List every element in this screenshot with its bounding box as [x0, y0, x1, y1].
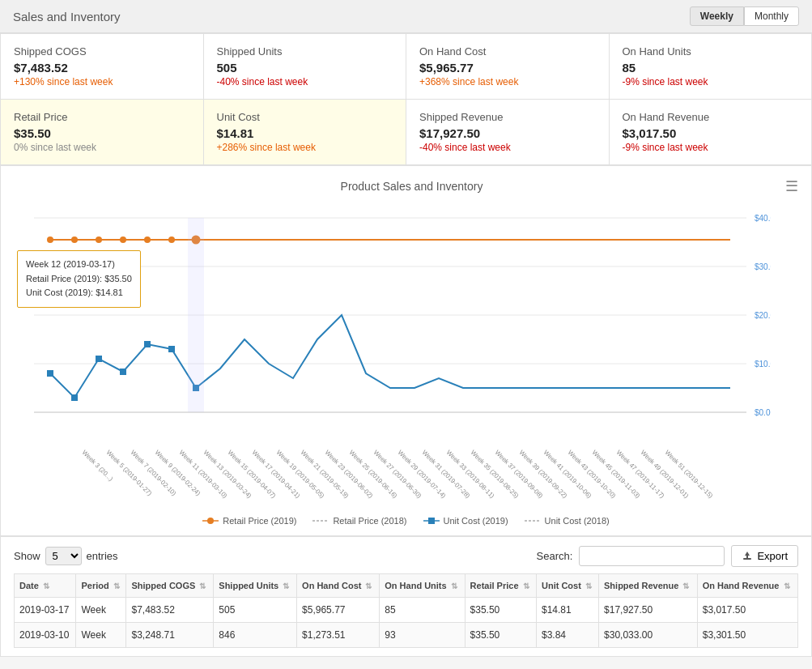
svg-text:Week 29 (2019-07-14): Week 29 (2019-07-14) — [397, 449, 448, 500]
svg-point-15 — [144, 236, 151, 243]
legend-unit-cost-2018: Unit Cost (2018) — [525, 516, 610, 526]
table-body: 2019-03-17Week$7,483.52505$5,965.7785$35… — [15, 598, 798, 648]
col-unit-cost[interactable]: Unit Cost ⇅ — [536, 574, 598, 598]
table-cell: $7,483.52 — [126, 598, 214, 623]
svg-text:Week 17 (2019-04-21): Week 17 (2019-04-21) — [251, 449, 302, 500]
svg-point-14 — [120, 236, 126, 243]
chart-menu-icon[interactable]: ☰ — [785, 177, 798, 195]
export-button[interactable]: Export — [731, 545, 798, 567]
monthly-button[interactable]: Monthly — [744, 6, 799, 26]
entries-label: entries — [87, 550, 118, 562]
table-cell: $3,017.50 — [697, 598, 797, 623]
col-period[interactable]: Period ⇅ — [76, 574, 126, 598]
svg-rect-21 — [120, 369, 126, 375]
svg-text:Week 31 (2019-07-28): Week 31 (2019-07-28) — [421, 449, 472, 500]
svg-text:Week 23 (2019-06-02): Week 23 (2019-06-02) — [324, 449, 375, 500]
col-date[interactable]: Date ⇅ — [15, 574, 76, 598]
table-cell: Week — [76, 623, 126, 648]
svg-point-11 — [47, 236, 53, 243]
table-cell: $35.50 — [465, 623, 536, 648]
legend-retail-price-2018: Retail Price (2018) — [312, 516, 406, 526]
tooltip-unit-cost: Unit Cost (2019): $14.81 — [26, 286, 132, 300]
period-toggle: Weekly Monthly — [690, 6, 799, 26]
table-cell: Week — [76, 598, 126, 623]
svg-point-12 — [71, 236, 78, 243]
svg-text:Week 15 (2019-04-07): Week 15 (2019-04-07) — [227, 449, 278, 500]
table-cell: $3,301.50 — [697, 623, 797, 648]
col-shipped-units[interactable]: Shipped Units ⇅ — [214, 574, 297, 598]
svg-text:Week 21 (2019-05-19): Week 21 (2019-05-19) — [300, 449, 351, 500]
chart-tooltip: Week 12 (2019-03-17) Retail Price (2019)… — [17, 250, 141, 308]
metric-unit-cost: Unit Cost $14.81 +286% since last week — [204, 100, 407, 165]
metric-retail-price-change: 0% since last week — [14, 142, 190, 153]
chart-x-axis: Week 3 (20...) Week 5 (2019-01-27) Week … — [41, 445, 771, 509]
table-cell: $3.84 — [536, 623, 598, 648]
table-cell: 505 — [214, 598, 297, 623]
table-section: Show 5 10 25 entries Search: Export Date… — [0, 536, 812, 657]
metric-shipped-units-change: -40% since last week — [217, 76, 393, 87]
chart-svg: $40.00 $30.00 $20.00 $10.00 $0.00 Dollar… — [10, 202, 771, 445]
svg-text:Week 35 (2019-08-25): Week 35 (2019-08-25) — [470, 449, 521, 500]
svg-text:$20.00: $20.00 — [755, 311, 771, 320]
search-input[interactable] — [579, 546, 725, 566]
metric-on-hand-cost-change: +368% since last week — [419, 76, 596, 87]
metric-retail-price: Retail Price $35.50 0% since last week — [1, 100, 204, 165]
svg-text:Week 39 (2019-09-22): Week 39 (2019-09-22) — [518, 449, 569, 500]
show-entries-control: Show 5 10 25 entries — [14, 547, 118, 565]
svg-text:Week 11 (2019-03-10): Week 11 (2019-03-10) — [178, 449, 229, 500]
svg-text:Week 37 (2019-09-08): Week 37 (2019-09-08) — [494, 449, 545, 500]
table-cell: 93 — [380, 623, 465, 648]
col-on-hand-cost[interactable]: On Hand Cost ⇅ — [297, 574, 380, 598]
metric-shipped-cogs-change: +130% since last week — [14, 76, 190, 87]
svg-text:Week 41 (2019-10-06): Week 41 (2019-10-06) — [542, 449, 593, 500]
svg-text:Week 45 (2019-11-03): Week 45 (2019-11-03) — [591, 449, 642, 500]
svg-rect-22 — [144, 341, 151, 347]
search-area: Search: Export — [537, 545, 798, 567]
legend-unit-cost-2019: Unit Cost (2019) — [423, 516, 508, 526]
weekly-button[interactable]: Weekly — [690, 6, 744, 26]
col-on-hand-units[interactable]: On Hand Units ⇅ — [380, 574, 465, 598]
page-header: Sales and Inventory Weekly Monthly — [0, 0, 812, 33]
svg-point-16 — [168, 236, 175, 243]
chart-title: Product Sales and Inventory — [38, 180, 785, 193]
metric-shipped-revenue: Shipped Revenue $17,927.50 -40% since la… — [406, 100, 610, 165]
table-cell: $14.81 — [536, 598, 598, 623]
metric-on-hand-units: On Hand Units 85 -9% since last week — [610, 34, 813, 100]
svg-rect-18 — [47, 370, 53, 377]
tooltip-retail-price: Retail Price (2019): $35.50 — [26, 272, 132, 287]
svg-text:Week 7 (2019-02-10): Week 7 (2019-02-10) — [130, 449, 178, 497]
metric-on-hand-revenue: On Hand Revenue $3,017.50 -9% since last… — [610, 100, 813, 165]
col-on-hand-revenue[interactable]: On Hand Revenue ⇅ — [697, 574, 797, 598]
table-cell: $35.50 — [465, 598, 536, 623]
table-row: 2019-03-10Week$3,248.71846$1,273.5193$35… — [15, 623, 798, 648]
metric-on-hand-cost: On Hand Cost $5,965.77 +368% since last … — [406, 34, 610, 100]
col-shipped-cogs[interactable]: Shipped COGS ⇅ — [126, 574, 214, 598]
svg-text:$30.00: $30.00 — [755, 262, 771, 271]
chart-legend: Retail Price (2019) Retail Price (2018) … — [1, 509, 811, 535]
table-cell: $17,927.50 — [599, 598, 698, 623]
data-table: Date ⇅ Period ⇅ Shipped COGS ⇅ Shipped U… — [14, 573, 798, 648]
metric-on-hand-units-change: -9% since last week — [623, 76, 799, 87]
col-retail-price[interactable]: Retail Price ⇅ — [465, 574, 536, 598]
table-cell: $5,965.77 — [297, 598, 380, 623]
table-header-row: Date ⇅ Period ⇅ Shipped COGS ⇅ Shipped U… — [15, 574, 798, 598]
svg-text:Week 49 (2019-12-01): Week 49 (2019-12-01) — [640, 449, 691, 500]
table-cell: $1,273.51 — [297, 623, 380, 648]
metrics-grid: Shipped COGS $7,483.52 +130% since last … — [0, 33, 812, 165]
metric-unit-cost-change: +286% since last week — [217, 142, 393, 153]
svg-rect-23 — [168, 346, 175, 352]
entries-select[interactable]: 5 10 25 — [45, 547, 82, 565]
svg-text:Week 25 (2019-06-16): Week 25 (2019-06-16) — [348, 449, 399, 500]
table-cell: 846 — [214, 623, 297, 648]
table-cell: 2019-03-10 — [15, 623, 76, 648]
svg-text:Week 13 (2019-03-24): Week 13 (2019-03-24) — [202, 449, 253, 500]
svg-rect-20 — [96, 356, 102, 362]
tooltip-week: Week 12 (2019-03-17) — [26, 258, 132, 272]
svg-text:Week 43 (2019-10-20): Week 43 (2019-10-20) — [567, 449, 618, 500]
svg-rect-58 — [743, 558, 751, 560]
col-shipped-revenue[interactable]: Shipped Revenue ⇅ — [599, 574, 698, 598]
table-cell: 2019-03-17 — [15, 598, 76, 623]
svg-rect-60 — [746, 555, 748, 558]
metric-shipped-revenue-change: -40% since last week — [419, 142, 596, 153]
svg-text:$0.00: $0.00 — [755, 408, 771, 417]
